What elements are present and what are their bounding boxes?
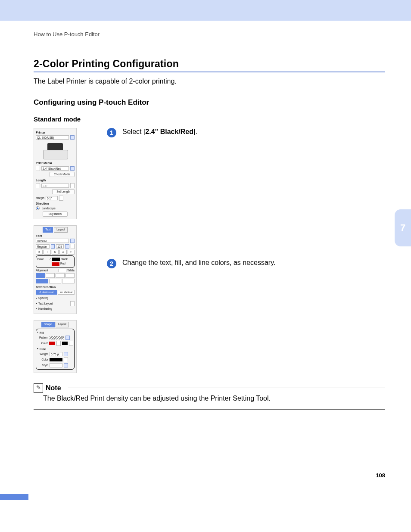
step-1: 1 Select [2.4" Black/Red]. (107, 128, 385, 137)
underline-toggle[interactable]: U (52, 250, 59, 255)
text-layout-section[interactable]: Text Layout (38, 302, 53, 305)
align-center[interactable] (46, 273, 55, 278)
set-length-button[interactable]: Set Length (52, 189, 75, 194)
chevron-down-icon[interactable] (51, 244, 55, 249)
stepper-icon[interactable] (64, 357, 68, 362)
chevron-down-icon[interactable] (70, 166, 75, 171)
align-right[interactable] (56, 273, 65, 278)
note-bottom-rule (34, 409, 385, 410)
stepper-icon[interactable] (56, 341, 61, 346)
buy-labels-button[interactable]: Buy labels (43, 212, 68, 217)
breadcrumb: How to Use P-touch Editor (34, 31, 385, 37)
font-size-field[interactable]: 129 (56, 244, 64, 249)
fill-line-highlight: ▾Fill Pattern Color ▾Line (36, 329, 75, 370)
valign-middle[interactable] (49, 279, 62, 283)
step-1-text: Select [2.4" Black/Red]. (122, 128, 197, 136)
font-name-field[interactable]: Helsinki (36, 239, 69, 243)
length-title: Length (36, 178, 75, 182)
section-rule (34, 72, 385, 72)
mode-heading: Standard mode (34, 115, 385, 123)
fill-color-swatch[interactable] (49, 342, 55, 345)
margin-label: Margin (36, 196, 44, 200)
spacing-section[interactable]: Spacing (38, 296, 49, 300)
chevron-down-icon[interactable] (65, 336, 70, 340)
font-a-toggle[interactable]: A (59, 250, 66, 255)
stepper-icon[interactable] (70, 183, 75, 188)
radio-selected-icon[interactable] (36, 206, 40, 210)
fill-color-label: Color (37, 342, 48, 345)
fill-title: Fill (40, 331, 44, 335)
numbering-section[interactable]: Numbering (38, 307, 52, 311)
printer-panel: Printer QL-800(USB) Print Media 2.4" Bla… (34, 128, 77, 219)
chevron-down-icon[interactable] (70, 135, 75, 140)
media-icon (36, 166, 40, 171)
check-media-button[interactable]: Check Media (50, 172, 75, 177)
color-black-label: Black (61, 258, 68, 261)
swatch-white[interactable] (59, 269, 66, 272)
length-field[interactable]: 2.6" (41, 184, 69, 188)
footer-accent-bar (0, 494, 28, 500)
font-style-field[interactable]: Regular (36, 244, 50, 249)
align-justify[interactable] (65, 273, 75, 278)
shape-panel: Shape Layout ▾Fill Pattern Color (34, 320, 77, 373)
stepper-icon[interactable] (59, 196, 63, 201)
align-left[interactable] (36, 273, 45, 278)
length-icon (36, 183, 40, 188)
weight-field[interactable]: 0.75 pt (50, 352, 62, 356)
direction-vertical[interactable]: A↓ Vertical (58, 290, 75, 295)
tab-shape[interactable]: Shape (41, 322, 55, 327)
step-1-badge: 1 (107, 128, 116, 137)
chapter-tab: 7 (395, 209, 411, 246)
alignment-label: Alignment (36, 269, 49, 272)
text-layout-icon[interactable] (70, 301, 75, 306)
color-red-label: Red (60, 262, 65, 265)
chevron-down-icon[interactable] (64, 352, 68, 356)
line-color-label: Color (37, 358, 48, 361)
tab-layout[interactable]: Layout (54, 227, 68, 232)
step-2-badge: 2 (107, 259, 116, 268)
stepper-icon[interactable] (71, 244, 75, 249)
direction-landscape[interactable]: Landscape (42, 207, 56, 210)
tab-text[interactable]: Text (43, 227, 53, 232)
pattern-swatch[interactable] (50, 336, 64, 339)
chevron-down-icon[interactable] (70, 239, 75, 243)
section-heading: 2-Color Printing Configuration (34, 58, 385, 70)
printer-title: Printer (36, 131, 75, 134)
subsection-heading: Configuring using P-touch Editor (34, 98, 385, 107)
screenshots-column: Printer QL-800(USB) Print Media 2.4" Bla… (34, 128, 77, 373)
tab-layout[interactable]: Layout (56, 322, 69, 327)
direction-horizontal[interactable]: A Horizontal (36, 290, 57, 295)
fill-color2-swatch[interactable] (62, 342, 68, 345)
step-2: 2 Change the text, fill, and line colors… (107, 259, 385, 268)
line-color-swatch[interactable] (50, 358, 62, 361)
printer-device-field[interactable]: QL-800(USB) (36, 135, 69, 140)
valign-bottom[interactable] (62, 279, 75, 283)
note-block: ✎ Note The Black/Red Print density can b… (34, 383, 385, 410)
stepper-icon[interactable] (69, 341, 73, 346)
swatch-black[interactable] (52, 258, 60, 261)
note-label: Note (46, 384, 61, 392)
more-toggle[interactable]: ▾ (68, 250, 75, 255)
text-direction-title: Text Direction (36, 285, 75, 289)
direction-title: Direction (36, 202, 75, 205)
bold-toggle[interactable]: B (36, 250, 43, 255)
step-2-text: Change the text, fill, and line colors, … (122, 259, 275, 267)
color-white-label: White (67, 269, 75, 272)
printer-illustration (43, 141, 67, 159)
chevron-down-icon[interactable] (64, 363, 68, 367)
text-panel: Text Layout Font Helsinki Regular 129 B (34, 225, 77, 314)
valign-top[interactable] (36, 279, 48, 283)
style-label: Style (37, 364, 48, 367)
chevron-down-icon[interactable] (65, 244, 69, 249)
font-title: Font (36, 234, 75, 238)
note-body: The Black/Red Print density can be adjus… (34, 393, 385, 407)
swatch-red[interactable] (52, 262, 59, 266)
pattern-label: Pattern (37, 336, 48, 339)
margin-field[interactable]: 0.1" (46, 196, 58, 200)
color-selector-highlight: Color ✓ Black Red (36, 255, 75, 268)
note-pencil-icon: ✎ (34, 383, 43, 393)
media-field[interactable]: 2.4" Black/Red (41, 166, 69, 171)
italic-toggle[interactable]: I (44, 250, 50, 255)
page-number: 108 (376, 472, 385, 479)
line-title: Line (40, 347, 46, 351)
